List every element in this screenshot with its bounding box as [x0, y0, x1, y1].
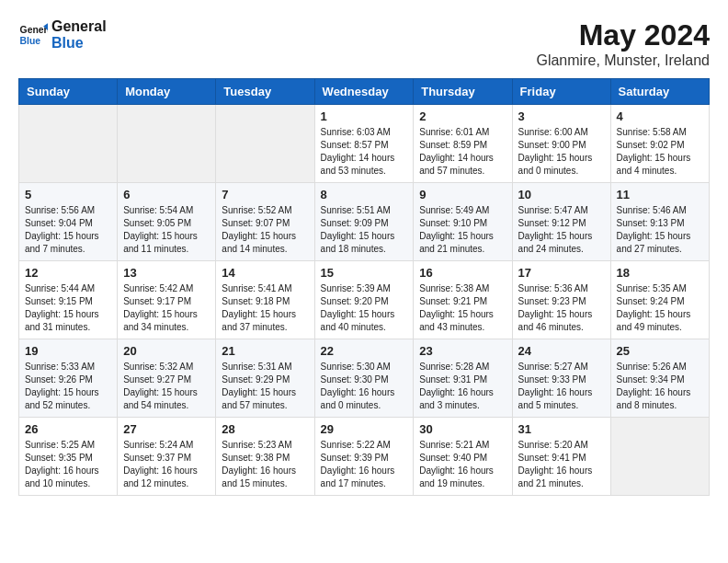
day-number: 22 — [321, 344, 408, 358]
calendar-cell — [19, 105, 118, 183]
day-number: 29 — [321, 422, 408, 436]
calendar-cell: 28Sunrise: 5:23 AM Sunset: 9:38 PM Dayli… — [216, 418, 314, 496]
day-detail: Sunrise: 5:22 AM Sunset: 9:39 PM Dayligh… — [321, 439, 408, 490]
day-detail: Sunrise: 5:25 AM Sunset: 9:35 PM Dayligh… — [25, 439, 111, 490]
calendar-cell: 22Sunrise: 5:30 AM Sunset: 9:30 PM Dayli… — [314, 339, 414, 418]
day-detail: Sunrise: 6:03 AM Sunset: 8:57 PM Dayligh… — [321, 126, 408, 178]
weekday-header: Thursday — [414, 79, 512, 105]
calendar-week-row: 1Sunrise: 6:03 AM Sunset: 8:57 PM Daylig… — [19, 105, 710, 183]
day-number: 25 — [617, 344, 703, 358]
day-number: 4 — [617, 109, 703, 123]
day-detail: Sunrise: 5:52 AM Sunset: 9:07 PM Dayligh… — [222, 204, 308, 256]
day-number: 23 — [419, 344, 506, 358]
day-number: 19 — [25, 344, 111, 358]
day-detail: Sunrise: 5:56 AM Sunset: 9:04 PM Dayligh… — [25, 204, 111, 256]
day-detail: Sunrise: 5:41 AM Sunset: 9:18 PM Dayligh… — [222, 282, 308, 334]
day-number: 18 — [617, 266, 703, 280]
day-number: 9 — [419, 188, 506, 201]
day-number: 2 — [419, 109, 506, 123]
calendar-cell — [216, 105, 314, 183]
day-detail: Sunrise: 5:27 AM Sunset: 9:33 PM Dayligh… — [518, 361, 605, 412]
calendar-cell: 31Sunrise: 5:20 AM Sunset: 9:41 PM Dayli… — [512, 418, 610, 496]
calendar-cell: 21Sunrise: 5:31 AM Sunset: 9:29 PM Dayli… — [216, 339, 314, 418]
day-detail: Sunrise: 5:30 AM Sunset: 9:30 PM Dayligh… — [321, 361, 408, 412]
calendar-cell: 15Sunrise: 5:39 AM Sunset: 9:20 PM Dayli… — [314, 261, 414, 339]
day-number: 31 — [518, 422, 605, 436]
calendar-cell: 4Sunrise: 5:58 AM Sunset: 9:02 PM Daylig… — [610, 105, 709, 183]
calendar-cell: 7Sunrise: 5:52 AM Sunset: 9:07 PM Daylig… — [216, 183, 314, 261]
day-detail: Sunrise: 5:44 AM Sunset: 9:15 PM Dayligh… — [25, 282, 111, 334]
calendar-week-row: 5Sunrise: 5:56 AM Sunset: 9:04 PM Daylig… — [19, 183, 710, 261]
logo-general: General — [51, 18, 107, 35]
day-detail: Sunrise: 5:46 AM Sunset: 9:13 PM Dayligh… — [617, 204, 703, 256]
day-number: 17 — [518, 266, 605, 280]
day-detail: Sunrise: 5:39 AM Sunset: 9:20 PM Dayligh… — [321, 282, 408, 334]
day-detail: Sunrise: 5:42 AM Sunset: 9:17 PM Dayligh… — [123, 282, 210, 334]
day-number: 21 — [222, 344, 308, 358]
calendar-cell — [118, 105, 216, 183]
day-number: 27 — [123, 422, 210, 436]
calendar-cell: 16Sunrise: 5:38 AM Sunset: 9:21 PM Dayli… — [414, 261, 512, 339]
weekday-header: Sunday — [19, 79, 118, 105]
day-number: 6 — [123, 188, 210, 201]
day-detail: Sunrise: 5:26 AM Sunset: 9:34 PM Dayligh… — [617, 361, 703, 412]
day-number: 5 — [25, 188, 111, 201]
day-number: 20 — [123, 344, 210, 358]
calendar-cell: 9Sunrise: 5:49 AM Sunset: 9:10 PM Daylig… — [414, 183, 512, 261]
calendar-header-row: SundayMondayTuesdayWednesdayThursdayFrid… — [19, 79, 710, 105]
day-detail: Sunrise: 6:01 AM Sunset: 8:59 PM Dayligh… — [419, 126, 506, 178]
day-number: 30 — [419, 422, 506, 436]
day-detail: Sunrise: 5:28 AM Sunset: 9:31 PM Dayligh… — [419, 361, 506, 412]
calendar-cell: 17Sunrise: 5:36 AM Sunset: 9:23 PM Dayli… — [512, 261, 610, 339]
page-header: General Blue General Blue May 2024 Glanm… — [18, 18, 710, 69]
day-detail: Sunrise: 5:24 AM Sunset: 9:37 PM Dayligh… — [123, 439, 210, 490]
calendar-cell: 1Sunrise: 6:03 AM Sunset: 8:57 PM Daylig… — [314, 105, 414, 183]
day-detail: Sunrise: 6:00 AM Sunset: 9:00 PM Dayligh… — [518, 126, 605, 178]
calendar-cell: 8Sunrise: 5:51 AM Sunset: 9:09 PM Daylig… — [314, 183, 414, 261]
calendar-cell: 2Sunrise: 6:01 AM Sunset: 8:59 PM Daylig… — [414, 105, 512, 183]
logo-icon: General Blue — [18, 20, 48, 50]
calendar-cell: 13Sunrise: 5:42 AM Sunset: 9:17 PM Dayli… — [118, 261, 216, 339]
day-number: 26 — [25, 422, 111, 436]
logo: General Blue General Blue — [18, 18, 107, 51]
day-number: 3 — [518, 109, 605, 123]
title-block: May 2024 Glanmire, Munster, Ireland — [536, 18, 710, 69]
calendar-cell: 14Sunrise: 5:41 AM Sunset: 9:18 PM Dayli… — [216, 261, 314, 339]
svg-text:General: General — [20, 25, 48, 35]
calendar-cell: 12Sunrise: 5:44 AM Sunset: 9:15 PM Dayli… — [19, 261, 118, 339]
calendar-week-row: 26Sunrise: 5:25 AM Sunset: 9:35 PM Dayli… — [19, 418, 710, 496]
weekday-header: Tuesday — [216, 79, 314, 105]
calendar-week-row: 19Sunrise: 5:33 AM Sunset: 9:26 PM Dayli… — [19, 339, 710, 418]
weekday-header: Wednesday — [314, 79, 414, 105]
calendar-cell: 26Sunrise: 5:25 AM Sunset: 9:35 PM Dayli… — [19, 418, 118, 496]
calendar-cell: 19Sunrise: 5:33 AM Sunset: 9:26 PM Dayli… — [19, 339, 118, 418]
calendar-cell: 27Sunrise: 5:24 AM Sunset: 9:37 PM Dayli… — [118, 418, 216, 496]
calendar-cell: 24Sunrise: 5:27 AM Sunset: 9:33 PM Dayli… — [512, 339, 610, 418]
day-detail: Sunrise: 5:21 AM Sunset: 9:40 PM Dayligh… — [419, 439, 506, 490]
calendar-cell: 3Sunrise: 6:00 AM Sunset: 9:00 PM Daylig… — [512, 105, 610, 183]
day-number: 8 — [321, 188, 408, 201]
day-detail: Sunrise: 5:36 AM Sunset: 9:23 PM Dayligh… — [518, 282, 605, 334]
weekday-header: Friday — [512, 79, 610, 105]
location: Glanmire, Munster, Ireland — [536, 52, 710, 69]
day-detail: Sunrise: 5:20 AM Sunset: 9:41 PM Dayligh… — [518, 439, 605, 490]
calendar-cell: 29Sunrise: 5:22 AM Sunset: 9:39 PM Dayli… — [314, 418, 414, 496]
day-detail: Sunrise: 5:32 AM Sunset: 9:27 PM Dayligh… — [123, 361, 210, 412]
day-detail: Sunrise: 5:35 AM Sunset: 9:24 PM Dayligh… — [617, 282, 703, 334]
calendar-table: SundayMondayTuesdayWednesdayThursdayFrid… — [18, 78, 710, 496]
day-detail: Sunrise: 5:23 AM Sunset: 9:38 PM Dayligh… — [222, 439, 308, 490]
calendar-cell: 11Sunrise: 5:46 AM Sunset: 9:13 PM Dayli… — [610, 183, 709, 261]
day-detail: Sunrise: 5:33 AM Sunset: 9:26 PM Dayligh… — [25, 361, 111, 412]
day-number: 12 — [25, 266, 111, 280]
logo-blue: Blue — [51, 35, 107, 52]
day-number: 14 — [222, 266, 308, 280]
calendar-cell: 18Sunrise: 5:35 AM Sunset: 9:24 PM Dayli… — [610, 261, 709, 339]
day-number: 13 — [123, 266, 210, 280]
day-detail: Sunrise: 5:31 AM Sunset: 9:29 PM Dayligh… — [222, 361, 308, 412]
day-detail: Sunrise: 5:47 AM Sunset: 9:12 PM Dayligh… — [518, 204, 605, 256]
svg-text:Blue: Blue — [20, 35, 41, 45]
day-number: 15 — [321, 266, 408, 280]
calendar-cell: 25Sunrise: 5:26 AM Sunset: 9:34 PM Dayli… — [610, 339, 709, 418]
day-detail: Sunrise: 5:58 AM Sunset: 9:02 PM Dayligh… — [617, 126, 703, 178]
day-number: 10 — [518, 188, 605, 201]
